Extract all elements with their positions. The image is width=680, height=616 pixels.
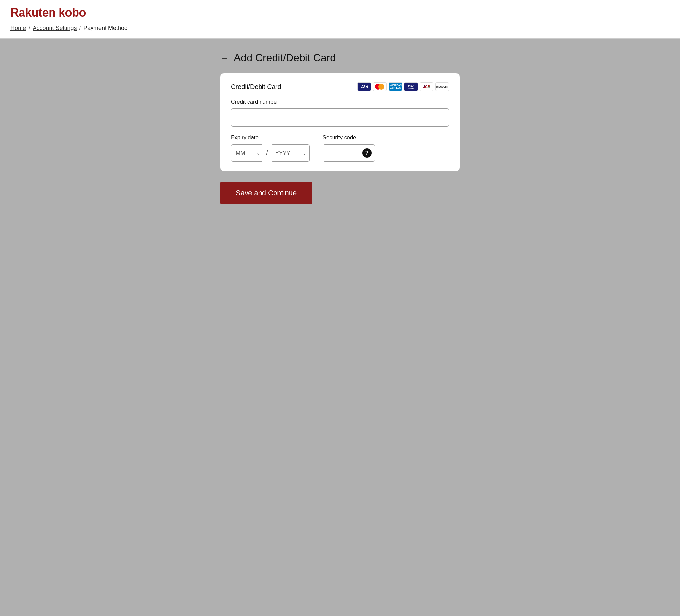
expiry-group: Expiry date MM 01 02 03 04 05 06 07 08 [231,135,310,162]
mc-orange-circle [378,84,384,90]
year-select[interactable]: YYYY 2024 2025 2026 2027 2028 2029 2030 … [271,144,310,162]
year-select-wrapper: YYYY 2024 2025 2026 2027 2028 2029 2030 … [271,144,310,162]
discover-icon: DISCOVER [435,82,449,91]
page-title: Add Credit/Debit Card [234,52,336,64]
breadcrumb-current: Payment Method [83,25,128,32]
security-input-wrapper: ? [323,144,375,162]
breadcrumb: Home / Account Settings / Payment Method [10,25,670,34]
visa-icon: VISA [357,82,371,91]
logo-text: Rakuten kobo [10,6,86,20]
security-help-icon[interactable]: ? [363,148,372,157]
page-title-row: ← Add Credit/Debit Card [220,52,460,64]
save-continue-button[interactable]: Save and Continue [220,182,312,204]
header: Rakuten kobo Home / Account Settings / P… [0,0,680,38]
back-button[interactable]: ← [220,54,229,62]
expiry-inputs: MM 01 02 03 04 05 06 07 08 09 10 11 [231,144,310,162]
logo: Rakuten kobo [10,6,670,20]
security-group: Security code ? [323,135,375,162]
month-select-wrapper: MM 01 02 03 04 05 06 07 08 09 10 11 [231,144,263,162]
credit-card-number-group: Credit card number [231,99,449,135]
expiry-security-row: Expiry date MM 01 02 03 04 05 06 07 08 [231,135,449,162]
card-form-container: Credit/Debit Card VISA AMERICAN EXPRESS [220,73,460,171]
expiry-separator: / [263,144,271,162]
mastercard-icon [373,82,387,91]
security-label: Security code [323,135,375,141]
jcb-icon: JCB [420,82,433,91]
expiry-label: Expiry date [231,135,310,141]
main-content: ← Add Credit/Debit Card Credit/Debit Car… [210,39,470,217]
breadcrumb-account-settings[interactable]: Account Settings [33,25,77,32]
breadcrumb-separator-1: / [29,25,30,31]
card-form-header: Credit/Debit Card VISA AMERICAN EXPRESS [231,82,449,91]
visa-debit-icon: VISA DEBIT [404,82,418,91]
card-number-label: Credit card number [231,99,449,105]
card-number-input[interactable] [231,109,449,127]
card-icons: VISA AMERICAN EXPRESS VISA [357,82,449,91]
amex-icon: AMERICAN EXPRESS [389,82,402,91]
breadcrumb-separator-2: / [80,25,81,31]
card-form-title: Credit/Debit Card [231,83,281,90]
month-select[interactable]: MM 01 02 03 04 05 06 07 08 09 10 11 [231,144,263,162]
breadcrumb-home[interactable]: Home [10,25,26,32]
